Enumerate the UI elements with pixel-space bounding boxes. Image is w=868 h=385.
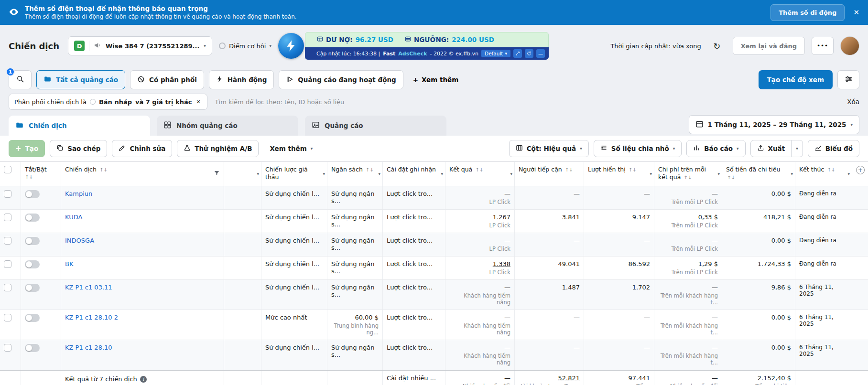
- minimize-icon[interactable]: —: [536, 49, 545, 58]
- duplicate-button[interactable]: Sao chép: [50, 140, 107, 157]
- campaign-name-link[interactable]: Kampiun: [65, 190, 92, 197]
- charts-button[interactable]: Biểu đồ: [808, 140, 859, 157]
- view-all-ads[interactable]: Tất cả quảng cáo: [36, 70, 125, 89]
- campaign-toggle[interactable]: [25, 190, 40, 198]
- export-button[interactable]: Xuất: [750, 140, 792, 157]
- col-header-budget[interactable]: Ngân sách ↑↓ ▾: [327, 162, 383, 186]
- columns-button[interactable]: Cột: Hiệu quả ▾: [509, 140, 589, 157]
- opportunity-score[interactable]: Điểm cơ hội ▾: [219, 43, 271, 50]
- row-checkbox[interactable]: [4, 214, 11, 221]
- footer-attribution: Cài đặt nhiều ...: [387, 374, 436, 382]
- info-icon[interactable]: i: [140, 376, 147, 383]
- chevron-down-icon: ▾: [269, 44, 271, 48]
- tab-ads[interactable]: Quảng cáo: [305, 116, 446, 136]
- campaign-name-link[interactable]: INDOSGA: [65, 237, 94, 244]
- campaign-cell: KZ P1 c1 28.10 2: [61, 310, 224, 340]
- filter-search-input[interactable]: [215, 98, 840, 106]
- chevron-down-icon[interactable]: ▾: [323, 172, 325, 176]
- banner-close-icon[interactable]: ✕: [853, 8, 859, 17]
- chevron-down-icon[interactable]: ▾: [441, 172, 443, 176]
- col-header-impressions[interactable]: Lượt hiển thị ↑↓ ▾: [584, 162, 654, 186]
- select-all-checkbox[interactable]: [4, 166, 11, 173]
- adscheck-brand: Fast: [383, 51, 395, 57]
- spacer-cell: [852, 280, 868, 310]
- campaign-toggle[interactable]: [25, 260, 40, 268]
- campaign-name-link[interactable]: BK: [65, 260, 73, 267]
- view-actions[interactable]: Hành động: [209, 70, 274, 89]
- views-more-button[interactable]: + Xem thêm: [408, 70, 464, 89]
- chevron-down-icon[interactable]: ▾: [257, 172, 259, 176]
- date-range-picker[interactable]: 1 Tháng 11, 2025 – 29 Tháng 11, 2025 ▾: [689, 115, 859, 134]
- refresh-icon[interactable]: [525, 49, 533, 58]
- col-header-delivery[interactable]: ▾: [224, 162, 261, 186]
- row-checkbox[interactable]: [4, 190, 11, 198]
- result-value[interactable]: 1.338: [493, 260, 510, 267]
- adscheck-logo[interactable]: [278, 33, 304, 59]
- col-header-attribution[interactable]: Cài đặt ghi nhận ▾: [383, 162, 445, 186]
- delivery-filter-chip[interactable]: Phân phối chiến dịch là Bản nháp và 7 gi…: [9, 94, 207, 110]
- view-had-delivery[interactable]: Có phân phối: [130, 70, 204, 89]
- create-button[interactable]: + Tạo: [9, 140, 45, 157]
- row-checkbox[interactable]: [4, 314, 11, 321]
- campaign-toggle[interactable]: [25, 314, 40, 322]
- chevron-down-icon[interactable]: ▾: [717, 172, 720, 176]
- sort-icon: ↑↓: [25, 174, 53, 180]
- view-active-ads[interactable]: Quảng cáo đang hoạt động: [279, 70, 403, 89]
- add-phone-button[interactable]: Thêm số di động: [770, 4, 845, 21]
- expand-icon[interactable]: [513, 49, 522, 58]
- tab-campaigns[interactable]: Chiến dịch: [9, 116, 150, 136]
- clear-filters-button[interactable]: Xóa: [847, 98, 859, 106]
- col-header-toggle[interactable]: Tắt/Bật↑↓: [21, 162, 61, 186]
- ab-test-label: Thử nghiệm A/B: [195, 145, 252, 152]
- export-options-button[interactable]: ▾: [791, 140, 803, 157]
- campaign-name-link[interactable]: KZ P1 c1 28.10: [65, 344, 112, 351]
- more-options-button[interactable]: •••: [812, 37, 834, 55]
- campaign-toggle[interactable]: [25, 344, 40, 352]
- refresh-button[interactable]: ↻: [708, 37, 726, 55]
- edit-button[interactable]: Chỉnh sửa: [112, 140, 172, 157]
- campaign-name-link[interactable]: KZ P1 c1 28.10 2: [65, 314, 118, 321]
- campaign-toggle[interactable]: [25, 237, 40, 245]
- impressions-cell: —: [584, 233, 654, 256]
- reports-button[interactable]: Báo cáo ▾: [686, 140, 745, 157]
- avatar[interactable]: [840, 36, 859, 55]
- campaign-toggle[interactable]: [25, 214, 40, 222]
- col-header-reach[interactable]: Người tiếp cận ↑↓: [515, 162, 584, 186]
- ab-test-button[interactable]: Thử nghiệm A/B: [177, 140, 259, 157]
- tab-ad-sets[interactable]: Nhóm quảng cáo: [157, 116, 298, 136]
- chevron-down-icon[interactable]: ▾: [510, 172, 512, 176]
- row-checkbox[interactable]: [4, 260, 11, 268]
- col-header-ends[interactable]: Kết thúc ↑↓ ▾: [795, 162, 852, 186]
- col-header-amount-spent[interactable]: Số tiền đã chi tiêu ↑↓ ▾: [722, 162, 795, 186]
- chip-remove-icon[interactable]: ✕: [195, 99, 201, 105]
- reach-cell: —: [515, 340, 584, 370]
- result-value[interactable]: 1.267: [493, 214, 510, 221]
- account-selector[interactable]: D Wise 384 7 (2375521289... ▾: [68, 36, 212, 55]
- row-checkbox[interactable]: [4, 237, 11, 245]
- campaign-name-link[interactable]: KUDA: [65, 214, 82, 221]
- row-checkbox[interactable]: [4, 344, 11, 352]
- breakdown-button[interactable]: Số liệu chia nhỏ ▾: [594, 140, 682, 157]
- campaign-toggle[interactable]: [25, 284, 40, 292]
- review-publish-button[interactable]: Xem lại và đăng: [733, 37, 805, 55]
- chevron-down-icon: ▾: [580, 147, 582, 151]
- col-header-results[interactable]: Kết quả ↑↓ ▾: [445, 162, 515, 186]
- search-button[interactable]: 1: [9, 70, 32, 89]
- adscheck-preset-dropdown[interactable]: Default ▾: [481, 50, 510, 57]
- campaign-name-link[interactable]: KZ P1 c1 03.11: [65, 284, 112, 291]
- footer-cell: [21, 371, 61, 385]
- view-settings-button[interactable]: [837, 70, 859, 89]
- create-view-button[interactable]: Tạo chế độ xem: [759, 70, 833, 89]
- footer-reach[interactable]: 52.821: [558, 374, 580, 382]
- col-header-bid-strategy[interactable]: Chiến lược giá thầu ▾: [261, 162, 327, 186]
- chevron-down-icon[interactable]: ▾: [847, 172, 850, 176]
- col-header-cost-per-result[interactable]: Chi phí trên mỗi kết quả ↑↓ ▾: [654, 162, 722, 186]
- add-column-icon[interactable]: +: [856, 166, 865, 174]
- chevron-down-icon[interactable]: ▾: [791, 172, 793, 176]
- filter-funnel-icon[interactable]: [214, 170, 220, 178]
- chevron-down-icon[interactable]: ▾: [650, 172, 652, 176]
- row-checkbox[interactable]: [4, 284, 11, 291]
- col-header-campaign[interactable]: Chiến dịch ↑↓: [61, 162, 224, 186]
- chevron-down-icon[interactable]: ▾: [378, 172, 380, 176]
- toolbar-more-button[interactable]: Xem thêm ▾: [263, 140, 319, 157]
